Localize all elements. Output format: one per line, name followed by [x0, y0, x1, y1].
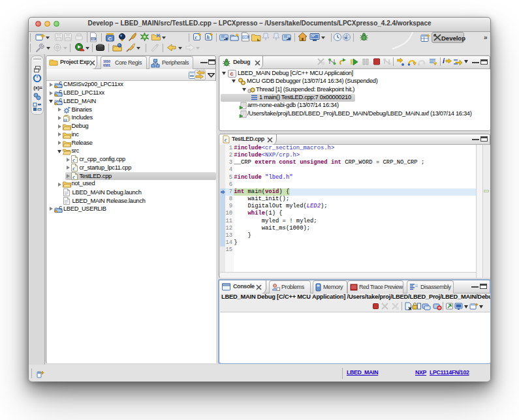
svg-text:h: h [207, 35, 210, 40]
svg-text:XML: XML [242, 36, 249, 39]
svg-text:c: c [195, 35, 198, 40]
svg-text:010: 010 [91, 37, 97, 40]
svg-text:M: M [345, 36, 347, 40]
svg-text:C: C [108, 36, 112, 42]
svg-text:c: c [230, 70, 234, 77]
